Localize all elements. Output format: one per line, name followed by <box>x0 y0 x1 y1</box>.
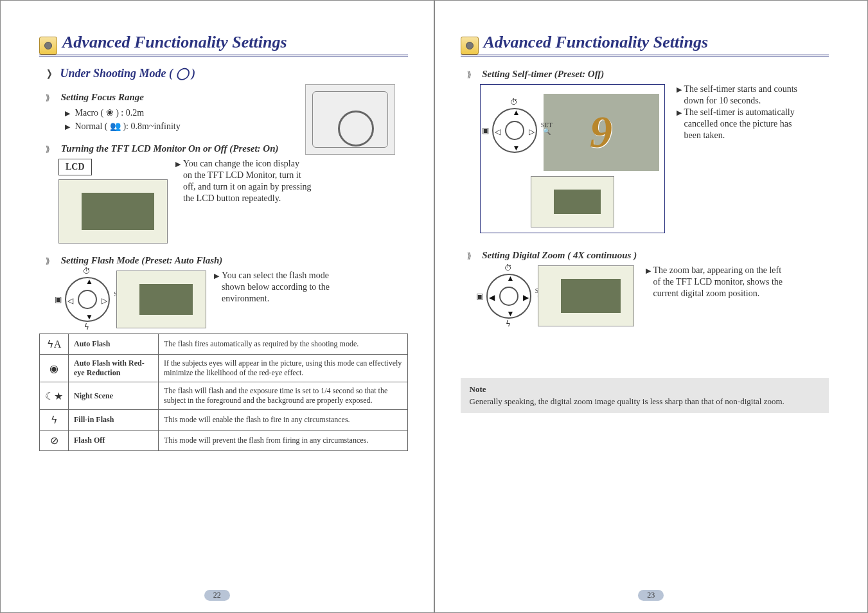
table-row: ☾★Night SceneThe flash will flash and th… <box>40 382 408 410</box>
title-row-left: Advanced Functionality Settings <box>39 33 408 57</box>
digital-zoom-head: ⟫ Setting Digital Zoom ( 4X continuous ) <box>467 250 829 262</box>
flash-icon: ϟ <box>84 323 89 332</box>
double-chevron-icon: ⟫ <box>467 70 477 80</box>
page-number-right: 23 <box>638 590 664 601</box>
lcd-text: ▶You can change the icon display on the … <box>175 159 312 205</box>
digital-icon: ▣ <box>55 295 62 305</box>
page-number-left: 22 <box>204 590 230 601</box>
self-timer-head: ⟫ Setting Self-timer (Preset: Off) <box>467 69 829 80</box>
page-left: Advanced Functionality Settings ❭ Under … <box>0 0 434 613</box>
flash-mode-name: Fill-in Flash <box>69 410 159 431</box>
flash-mode-desc: This mode will enable the flash to fire … <box>159 410 408 431</box>
note-body: Generally speaking, the digital zoom ima… <box>470 396 820 407</box>
zoom-figure: ▲▼ ◀▶ ⏱ ▣ ϟ SET🔍 <box>480 265 634 326</box>
self-timer-text: ▶The self-timer starts and counts down f… <box>677 84 798 142</box>
table-row: ◉Auto Flash with Red-eye ReductionIf the… <box>40 355 408 382</box>
nav-pad-icon: ▲▼ ◀▶ ⏱ ▣ ϟ SET🔍 <box>486 274 531 319</box>
page-title-right: Advanced Functionality Settings <box>484 33 709 52</box>
digital-icon: ▣ <box>482 126 489 136</box>
flash-mode-name: Auto Flash with Red-eye Reduction <box>69 355 159 382</box>
self-timer-figure: ▲▼ ◁▷ ⏱ ▣ SET🔍 9 <box>480 84 665 233</box>
lcd-label-box: LCD <box>58 159 92 175</box>
camera-back-illustration-4 <box>538 265 634 326</box>
camera-back-illustration <box>58 179 168 244</box>
flash-mode-icon: ◉ <box>40 355 69 382</box>
flash-mode-name: Flash Off <box>69 431 159 451</box>
flash-mode-icon: ϟA <box>40 334 69 355</box>
flash-mode-icon: ϟ <box>40 410 69 431</box>
title-row-right: Advanced Functionality Settings <box>461 33 829 57</box>
camera-back-illustration-2 <box>116 271 206 328</box>
flash-mode-desc: The flash will flash and the exposure ti… <box>159 382 408 410</box>
double-chevron-icon: ⟫ <box>46 256 56 267</box>
flash-mode-desc: The flash fires automatically as require… <box>159 334 408 355</box>
camera-lens-icon <box>461 37 479 55</box>
flower-icon: ❀ <box>106 107 114 118</box>
table-row: ϟAAuto FlashThe flash fires automaticall… <box>40 334 408 355</box>
countdown-screen: 9 <box>544 94 659 171</box>
flash-mode-head: ⟫ Setting Flash Mode (Preset: Auto Flash… <box>46 255 408 267</box>
nav-pad-icon: ▲▼ ◁▷ ⏱ ▣ ϟ SET🔍 <box>65 277 110 322</box>
timer-icon: ⏱ <box>83 267 91 276</box>
table-row: ⊘Flash OffThis mode will prevent the fla… <box>40 431 408 451</box>
camera-back-illustration-3 <box>531 176 614 227</box>
flash-figure: ▲▼ ◁▷ ⏱ ▣ ϟ SET🔍 <box>58 271 206 328</box>
chevron-icon: ❭ <box>46 69 53 78</box>
zoom-text: ▶The zoom bar, appearing on the left of … <box>646 265 783 300</box>
page-title-left: Advanced Functionality Settings <box>62 33 287 52</box>
timer-icon: ⏱ <box>510 98 518 107</box>
camera-lens-icon <box>39 37 57 55</box>
note-title: Note <box>470 384 820 395</box>
nav-pad-icon: ▲▼ ◁▷ ⏱ ▣ SET🔍 <box>492 108 537 153</box>
flash-mode-table: ϟAAuto FlashThe flash fires automaticall… <box>39 333 408 451</box>
double-chevron-icon: ⟫ <box>467 251 477 262</box>
shooting-mode-head: ❭ Under Shooting Mode ( ◯ ) <box>46 66 408 80</box>
timer-icon: ⏱ <box>504 263 512 273</box>
page-right: Advanced Functionality Settings ⟫ Settin… <box>434 0 869 613</box>
note-box: Note Generally speaking, the digital zoo… <box>461 378 829 413</box>
double-chevron-icon: ⟫ <box>46 145 56 155</box>
table-row: ϟFill-in FlashThis mode will enable the … <box>40 410 408 431</box>
flash-mode-desc: If the subjects eyes will appear in the … <box>159 355 408 382</box>
double-chevron-icon: ⟫ <box>46 93 56 103</box>
set-label: SET🔍 <box>541 122 553 135</box>
people-icon: 👥 <box>110 121 121 131</box>
flash-mode-icon: ☾★ <box>40 382 69 410</box>
flash-mode-name: Night Scene <box>69 382 159 410</box>
flash-text: ▶You can select the flash mode shown bel… <box>214 271 330 305</box>
camera-illustration <box>305 84 395 155</box>
flash-mode-desc: This mode will prevent the flash from fi… <box>159 431 408 451</box>
lcd-figure: LCD <box>58 159 168 244</box>
flash-mode-name: Auto Flash <box>69 334 159 355</box>
digital-icon: ▣ <box>476 292 483 301</box>
flash-mode-icon: ⊘ <box>40 431 69 451</box>
camera-icon: ◯ <box>176 67 189 80</box>
flash-icon: ϟ <box>506 319 511 329</box>
